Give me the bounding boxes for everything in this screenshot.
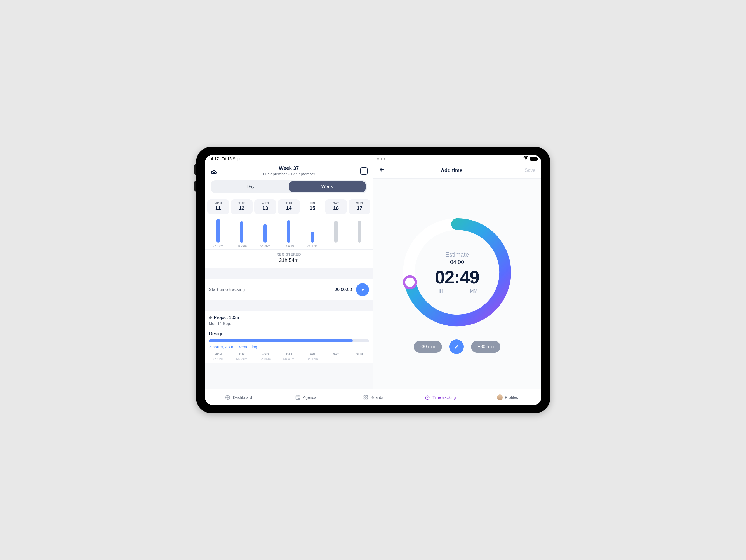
day-sat[interactable]: SAT16 bbox=[325, 199, 347, 214]
save-button[interactable]: Save bbox=[525, 168, 536, 173]
registered-summary: REGISTERED 31h 54m bbox=[205, 249, 373, 268]
hh-label: HH bbox=[437, 289, 443, 294]
right-header: Add time Save bbox=[373, 163, 541, 178]
status-bar: 14:17 Fri 15 Sep bbox=[205, 155, 541, 163]
add-button[interactable] bbox=[359, 166, 369, 176]
day-sun[interactable]: SUN17 bbox=[348, 199, 370, 214]
device-frame: 14:17 Fri 15 Sep bbox=[196, 147, 550, 413]
day-fri[interactable]: FRI15 bbox=[302, 199, 323, 214]
right-title: Add time bbox=[379, 168, 525, 173]
screen: 14:17 Fri 15 Sep bbox=[205, 155, 541, 405]
project-header[interactable]: Project 1035 Mon 11 Sep. bbox=[205, 311, 373, 328]
stopwatch-icon bbox=[425, 395, 430, 400]
seg-day[interactable]: Day bbox=[212, 181, 289, 192]
svg-rect-8 bbox=[366, 397, 368, 399]
project-name: Project 1035 bbox=[209, 315, 369, 320]
day-wed[interactable]: WED13 bbox=[254, 199, 276, 214]
play-button[interactable] bbox=[356, 283, 369, 296]
minus-30-button[interactable]: -30 min bbox=[414, 341, 442, 353]
time-dial[interactable]: Estimate 04:00 02:49 HH MM bbox=[398, 214, 516, 331]
project-date: Mon 11 Sep. bbox=[209, 321, 369, 326]
start-tracking-value: 00:00:00 bbox=[335, 287, 352, 292]
status-date: Fri 15 Sep bbox=[222, 157, 240, 161]
svg-rect-7 bbox=[364, 397, 366, 399]
week-title: Week 37 bbox=[219, 165, 359, 171]
estimate-label: Estimate bbox=[445, 251, 469, 258]
start-tracking-label: Start time tracking bbox=[209, 287, 245, 292]
tab-agenda[interactable]: Agenda bbox=[272, 395, 339, 400]
bar-tue: 6h 24m bbox=[231, 218, 253, 248]
inbox-icon[interactable] bbox=[209, 166, 219, 176]
bar-mon: 7h 12m bbox=[207, 218, 229, 248]
svg-rect-5 bbox=[364, 395, 366, 397]
svg-point-4 bbox=[298, 398, 300, 399]
day-strip: MON11TUE12WED13THU14FRI15SAT16SUN17 bbox=[205, 195, 373, 216]
bar-thu: 6h 48m bbox=[278, 218, 299, 248]
task-remaining: 2 hours, 43 min remaining bbox=[209, 344, 369, 349]
day-mon[interactable]: MON11 bbox=[207, 199, 229, 214]
right-pane: Add time Save bbox=[373, 163, 541, 389]
bar-wed: 5h 36m bbox=[254, 218, 276, 248]
tab-boards[interactable]: Boards bbox=[339, 395, 406, 400]
status-time: 14:17 bbox=[209, 157, 219, 161]
avatar-icon bbox=[497, 395, 503, 400]
battery-icon bbox=[530, 157, 537, 161]
tab-bar: Dashboard Agenda Boards Time tracking Pr… bbox=[205, 389, 541, 405]
grid-icon bbox=[363, 395, 368, 400]
task-name: Design bbox=[209, 331, 369, 337]
svg-rect-6 bbox=[366, 395, 368, 397]
bar-fri: 3h 17m bbox=[302, 218, 323, 248]
task-row[interactable]: Design 2 hours, 43 min remaining bbox=[205, 328, 373, 349]
mini-day-values: 7h 12m6h 24m5h 36m6h 48m3h 17m bbox=[205, 357, 373, 363]
registered-label: REGISTERED bbox=[205, 252, 373, 256]
tab-time-tracking[interactable]: Time tracking bbox=[407, 395, 474, 400]
view-segmented: Day Week bbox=[211, 180, 367, 193]
left-pane: Week 37 11 September - 17 September Day … bbox=[205, 163, 373, 389]
registered-value: 31h 54m bbox=[205, 257, 373, 263]
day-thu[interactable]: THU14 bbox=[278, 199, 299, 214]
week-range: 11 September - 17 September bbox=[219, 172, 359, 176]
seg-week[interactable]: Week bbox=[289, 181, 366, 192]
plus-30-button[interactable]: +30 min bbox=[471, 341, 500, 353]
wifi-icon bbox=[523, 157, 528, 161]
day-tue[interactable]: TUE12 bbox=[231, 199, 253, 214]
bar-sat bbox=[325, 218, 347, 248]
task-progress bbox=[209, 339, 369, 342]
tab-profiles[interactable]: Profiles bbox=[474, 395, 541, 400]
start-tracking-row: Start time tracking 00:00:00 bbox=[205, 279, 373, 300]
mm-label: MM bbox=[470, 289, 478, 294]
time-value: 02:49 bbox=[435, 267, 480, 288]
edit-button[interactable] bbox=[449, 339, 464, 354]
tab-dashboard[interactable]: Dashboard bbox=[205, 395, 272, 400]
bar-strip: 7h 12m6h 24m5h 36m6h 48m3h 17m bbox=[205, 216, 373, 249]
estimate-value: 04:00 bbox=[450, 259, 464, 265]
mini-day-labels: MONTUEWEDTHUFRISATSUN bbox=[205, 349, 373, 357]
bar-sun bbox=[348, 218, 370, 248]
multitask-dots[interactable] bbox=[377, 158, 386, 160]
calendar-icon bbox=[295, 395, 301, 400]
globe-icon bbox=[225, 395, 230, 400]
